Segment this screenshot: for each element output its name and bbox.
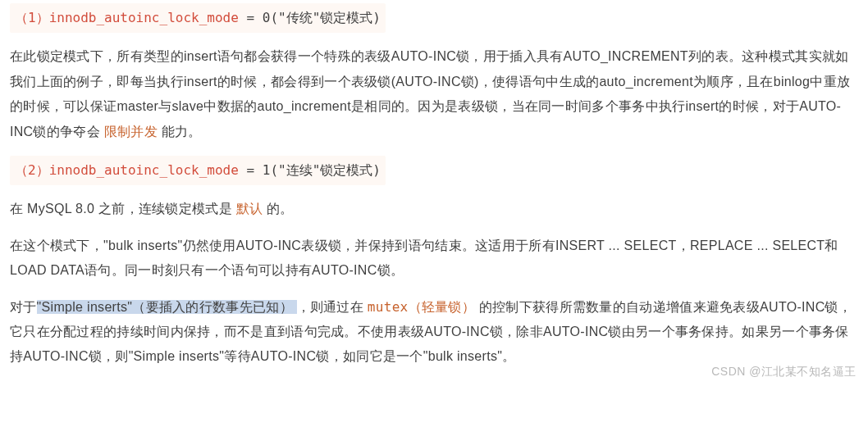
p1-tail: 能力。 (158, 125, 202, 139)
paragraph-2: 在 MySQL 8.0 之前，连续锁定模式是 默认 的。 (10, 197, 858, 221)
p4-b: ，则通过在 (297, 300, 368, 314)
p2-a: 在 MySQL 8.0 之前，连续锁定模式是 (10, 202, 236, 216)
watermark: CSDN @江北某不知名逼王 (711, 361, 857, 383)
label-1: （1） (15, 10, 49, 25)
p1-highlight: 限制并发 (104, 125, 158, 139)
p2-b: 的。 (263, 202, 293, 216)
paragraph-4: 对于"Simple inserts"（要插入的行数事先已知） ，则通过在 mut… (10, 295, 858, 370)
paragraph-1: 在此锁定模式下，所有类型的insert语句都会获得一个特殊的表级AUTO-INC… (10, 44, 858, 144)
desc-2: ("连续"锁定模式) (270, 162, 381, 178)
p4-a: 对于 (10, 300, 37, 314)
paragraph-3: 在这个模式下，"bulk inserts"仍然使用AUTO-INC表级锁，并保持… (10, 234, 858, 284)
prop-name-2: innodb_autoinc_lock_mode (49, 162, 239, 178)
code-block-mode-0: （1）innodb_autoinc_lock_mode = 0("传统"锁定模式… (10, 3, 386, 33)
p4-selection: "Simple inserts"（要插入的行数事先已知） (37, 300, 297, 314)
p4-mutex: mutex（轻量锁） (368, 299, 475, 315)
value-1: 0 (263, 10, 271, 25)
prop-name-1: innodb_autoinc_lock_mode (49, 10, 239, 25)
p2-highlight: 默认 (236, 202, 263, 216)
label-2: （2） (15, 162, 49, 178)
code-block-mode-1: （2）innodb_autoinc_lock_mode = 1("连续"锁定模式… (10, 156, 386, 185)
value-2: 1 (263, 162, 271, 178)
desc-1: ("传统"锁定模式) (270, 10, 381, 25)
